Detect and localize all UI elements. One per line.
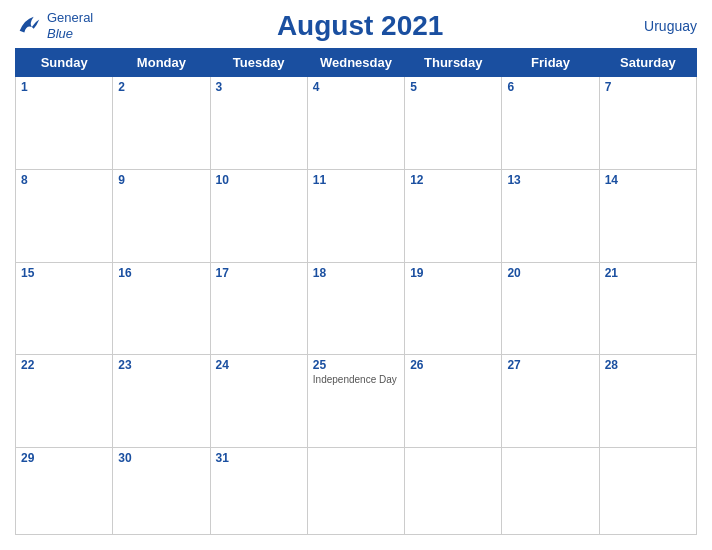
day-cell: 13 [502, 169, 599, 262]
day-cell: 3 [210, 77, 307, 170]
day-cell: 11 [307, 169, 404, 262]
day-cell [599, 448, 696, 535]
day-cell: 16 [113, 262, 210, 355]
day-cell: 9 [113, 169, 210, 262]
day-cell: 6 [502, 77, 599, 170]
day-number: 5 [410, 80, 496, 94]
logo: General Blue [15, 10, 93, 41]
day-number: 6 [507, 80, 593, 94]
day-number: 24 [216, 358, 302, 372]
logo-icon [15, 12, 43, 40]
day-cell: 29 [16, 448, 113, 535]
day-number: 25 [313, 358, 399, 372]
weekday-header-tuesday: Tuesday [210, 49, 307, 77]
day-number: 31 [216, 451, 302, 465]
day-cell: 15 [16, 262, 113, 355]
day-cell: 12 [405, 169, 502, 262]
day-number: 2 [118, 80, 204, 94]
week-row-1: 1234567 [16, 77, 697, 170]
day-number: 12 [410, 173, 496, 187]
weekday-header-wednesday: Wednesday [307, 49, 404, 77]
day-number: 3 [216, 80, 302, 94]
day-cell: 28 [599, 355, 696, 448]
day-number: 9 [118, 173, 204, 187]
day-cell [405, 448, 502, 535]
week-row-2: 891011121314 [16, 169, 697, 262]
day-cell: 5 [405, 77, 502, 170]
day-cell: 18 [307, 262, 404, 355]
day-cell: 2 [113, 77, 210, 170]
day-number: 21 [605, 266, 691, 280]
weekday-header-saturday: Saturday [599, 49, 696, 77]
day-cell: 25Independence Day [307, 355, 404, 448]
day-number: 7 [605, 80, 691, 94]
day-number: 26 [410, 358, 496, 372]
logo-text: General Blue [47, 10, 93, 41]
day-cell [502, 448, 599, 535]
week-row-3: 15161718192021 [16, 262, 697, 355]
day-cell: 27 [502, 355, 599, 448]
day-number: 15 [21, 266, 107, 280]
weekday-header-row: SundayMondayTuesdayWednesdayThursdayFrid… [16, 49, 697, 77]
day-number: 17 [216, 266, 302, 280]
weekday-header-sunday: Sunday [16, 49, 113, 77]
day-number: 1 [21, 80, 107, 94]
calendar-table: SundayMondayTuesdayWednesdayThursdayFrid… [15, 48, 697, 535]
day-number: 28 [605, 358, 691, 372]
day-cell: 14 [599, 169, 696, 262]
day-number: 23 [118, 358, 204, 372]
day-cell: 17 [210, 262, 307, 355]
country-label: Uruguay [627, 18, 697, 34]
day-number: 14 [605, 173, 691, 187]
day-cell: 4 [307, 77, 404, 170]
day-number: 16 [118, 266, 204, 280]
day-cell: 22 [16, 355, 113, 448]
weekday-header-monday: Monday [113, 49, 210, 77]
calendar-header: General Blue August 2021 Uruguay [15, 10, 697, 42]
week-row-4: 22232425Independence Day262728 [16, 355, 697, 448]
day-number: 29 [21, 451, 107, 465]
day-number: 19 [410, 266, 496, 280]
day-cell: 31 [210, 448, 307, 535]
day-number: 11 [313, 173, 399, 187]
week-row-5: 293031 [16, 448, 697, 535]
day-cell: 21 [599, 262, 696, 355]
day-number: 22 [21, 358, 107, 372]
day-cell: 30 [113, 448, 210, 535]
day-number: 18 [313, 266, 399, 280]
day-cell: 10 [210, 169, 307, 262]
day-number: 4 [313, 80, 399, 94]
day-cell: 1 [16, 77, 113, 170]
weekday-header-friday: Friday [502, 49, 599, 77]
day-number: 27 [507, 358, 593, 372]
day-cell: 19 [405, 262, 502, 355]
day-number: 20 [507, 266, 593, 280]
day-cell: 23 [113, 355, 210, 448]
day-cell: 26 [405, 355, 502, 448]
day-cell [307, 448, 404, 535]
day-cell: 8 [16, 169, 113, 262]
day-cell: 7 [599, 77, 696, 170]
day-cell: 24 [210, 355, 307, 448]
weekday-header-thursday: Thursday [405, 49, 502, 77]
day-number: 13 [507, 173, 593, 187]
day-number: 8 [21, 173, 107, 187]
calendar-title: August 2021 [93, 10, 627, 42]
day-number: 10 [216, 173, 302, 187]
day-number: 30 [118, 451, 204, 465]
event-label: Independence Day [313, 374, 399, 385]
day-cell: 20 [502, 262, 599, 355]
